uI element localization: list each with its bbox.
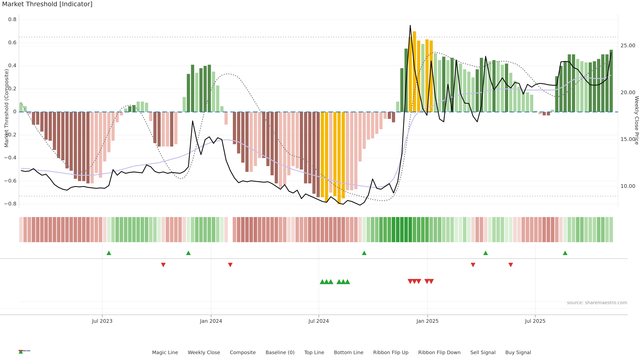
legend-item-top-line: Top Line <box>302 350 324 355</box>
legend-item-label: Ribbon Flip Down <box>418 350 461 355</box>
x-tick-label: Jul 2025 <box>525 318 546 324</box>
y-tick-label-left: −0.6 <box>3 178 16 184</box>
legend-item-label: Ribbon Flip Up <box>373 350 408 355</box>
legend-item-ribbon-flip-up: Ribbon Flip Up <box>371 350 408 355</box>
legend-item-sell-signal: Sell Signal <box>468 350 496 355</box>
y-tick-label-right: 20.00 <box>620 89 636 95</box>
legend-item-ribbon-flip-down: Ribbon Flip Down <box>416 350 461 355</box>
legend-item-label: Baseline (0) <box>266 350 294 355</box>
legend-item-composite: Composite <box>228 350 256 355</box>
legend-item-label: Top Line <box>304 350 324 355</box>
legend-item-label: Magic Line <box>152 350 178 355</box>
legend-item-weekly-close: Weekly Close <box>186 350 220 355</box>
legend-item-label: Composite <box>230 350 256 355</box>
x-tick-label: Jul 2023 <box>92 318 112 324</box>
main-chart-svg <box>0 0 644 362</box>
y-tick-label-left: 0.4 <box>3 62 16 68</box>
source-text: source: sharemaestro.com <box>567 300 627 305</box>
y-tick-label-left: −0.8 <box>3 201 16 207</box>
y-tick-label-right: 25.00 <box>620 42 636 48</box>
chart-page: Market Threshold [Indicator] Market Thre… <box>0 0 644 362</box>
legend-item-magic-line: Magic Line <box>150 350 178 355</box>
legend-item-label: Sell Signal <box>470 350 496 355</box>
y-tick-label-left: 0.2 <box>3 85 16 91</box>
y-tick-label-right: 15.00 <box>620 136 636 142</box>
legend-item-label: Weekly Close <box>188 350 220 355</box>
y-tick-label-left: 0.6 <box>3 39 16 45</box>
y-tick-label-right: 10.00 <box>620 183 636 189</box>
y-tick-label-left: −0.2 <box>3 132 16 138</box>
x-tick-label: Jan 2024 <box>200 318 222 324</box>
legend-item-label: Buy Signal <box>505 350 531 355</box>
legend: Magic LineWeekly CloseCompositeBaseline … <box>18 350 644 355</box>
y-tick-label-left: −0.4 <box>3 155 16 161</box>
legend-item-baseline-0-: Baseline (0) <box>263 350 294 355</box>
y-tick-label-left: 0.8 <box>3 16 16 22</box>
legend-item-bottom-line: Bottom Line <box>332 350 364 355</box>
x-tick-label: Jan 2025 <box>416 318 439 324</box>
legend-item-label: Bottom Line <box>334 350 364 355</box>
x-tick-label: Jul 2024 <box>308 318 329 324</box>
y-tick-label-left: 0 <box>3 108 16 114</box>
legend-item-buy-signal: Buy Signal <box>503 350 531 355</box>
